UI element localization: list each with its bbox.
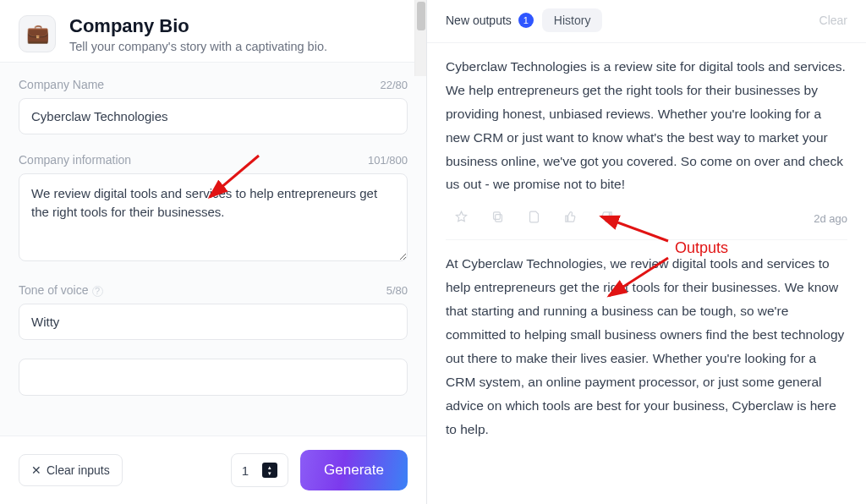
company-name-input[interactable]: [19, 98, 408, 134]
clear-outputs-button[interactable]: Clear: [819, 14, 847, 27]
company-name-field-group: Company Name 22/80: [19, 78, 408, 134]
page-subtitle: Tell your company's story with a captiva…: [69, 40, 327, 53]
tool-header: 💼 Company Bio Tell your company's story …: [0, 0, 426, 63]
company-name-count: 22/80: [380, 79, 408, 91]
tab-history[interactable]: History: [542, 8, 603, 32]
stepper-icon[interactable]: [262, 463, 277, 478]
output-action-row: 2d ago: [446, 203, 847, 240]
close-icon: ✕: [31, 463, 41, 477]
outputs-header: New outputs 1 History Clear: [427, 0, 866, 43]
company-info-field-group: Company information 101/800: [19, 153, 408, 265]
right-panel: New outputs 1 History Clear Cyberclaw Te…: [427, 0, 866, 504]
clear-inputs-button[interactable]: ✕ Clear inputs: [19, 454, 123, 486]
svg-rect-1: [494, 212, 501, 220]
briefcase-icon: 💼: [19, 15, 56, 52]
thumbs-down-icon[interactable]: [600, 210, 614, 227]
left-panel-scrollbar[interactable]: ▴: [414, 0, 426, 76]
output-timestamp: 2d ago: [814, 212, 847, 225]
left-panel: ▴ 💼 Company Bio Tell your company's stor…: [0, 0, 427, 504]
new-outputs-label: New outputs: [446, 14, 512, 27]
thumbs-up-icon[interactable]: [563, 210, 578, 227]
quantity-stepper[interactable]: 1: [231, 453, 288, 487]
tab-new-outputs[interactable]: New outputs 1: [446, 13, 534, 28]
output-text-2: At Cyberclaw Technologies, we review dig…: [446, 252, 847, 447]
quantity-value: 1: [242, 463, 249, 478]
star-icon[interactable]: [454, 210, 469, 227]
clear-inputs-label: Clear inputs: [47, 463, 110, 477]
copy-icon[interactable]: [491, 210, 505, 227]
new-outputs-badge: 1: [518, 13, 534, 28]
help-icon[interactable]: ?: [92, 286, 103, 297]
output-text-1: Cyberclaw Technologies is a review site …: [446, 55, 847, 203]
document-icon[interactable]: [527, 210, 541, 227]
generate-button[interactable]: Generate: [300, 450, 408, 490]
tone-count: 5/80: [386, 284, 408, 297]
tone-label: Tone of voice?: [19, 283, 103, 297]
company-name-label: Company Name: [19, 78, 104, 91]
annotation-label: Outputs: [675, 239, 728, 257]
left-footer: ✕ Clear inputs 1 Generate: [0, 436, 426, 504]
company-info-textarea[interactable]: [19, 173, 408, 261]
collapsed-option-card[interactable]: [19, 359, 408, 396]
svg-rect-0: [496, 215, 502, 222]
company-info-count: 101/800: [368, 154, 408, 167]
tone-input[interactable]: [19, 304, 408, 340]
company-info-label: Company information: [19, 153, 131, 167]
page-title: Company Bio: [69, 15, 327, 37]
tone-field-group: Tone of voice? 5/80: [19, 283, 408, 340]
